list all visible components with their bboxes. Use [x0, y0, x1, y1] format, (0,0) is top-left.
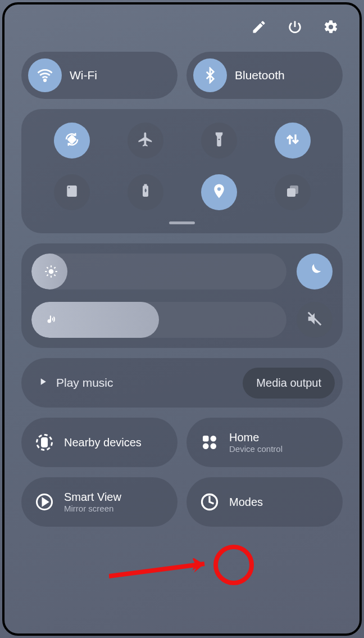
dark-mode-toggle[interactable] [297, 254, 333, 289]
media-output-label: Media output [256, 377, 321, 389]
svg-line-15 [47, 274, 48, 275]
play-icon [37, 376, 48, 390]
multi-window-toggle[interactable] [275, 174, 311, 210]
moon-icon [306, 262, 323, 281]
home-control-button[interactable]: Home Device control [186, 418, 343, 467]
battery-saver-icon [137, 183, 154, 202]
svg-rect-1 [67, 135, 75, 143]
svg-line-13 [47, 267, 48, 268]
airplane-mode-toggle[interactable] [128, 123, 163, 159]
power-icon [287, 19, 303, 37]
modes-title: Modes [229, 495, 263, 509]
play-music-button[interactable]: Play music [37, 376, 237, 390]
svg-marker-27 [193, 558, 205, 573]
play-music-label: Play music [56, 376, 113, 390]
flashlight-toggle[interactable] [201, 123, 237, 159]
volume-icon [44, 313, 58, 327]
pencil-icon [251, 19, 267, 37]
auto-rotate-toggle[interactable] [54, 123, 90, 159]
sliders-panel [21, 243, 343, 348]
airplane-icon [137, 131, 154, 150]
mute-toggle[interactable] [297, 302, 333, 338]
svg-point-0 [44, 79, 46, 82]
nearby-devices-title: Nearby devices [64, 436, 142, 449]
smart-view-sub: Mirror screen [64, 504, 121, 514]
svg-rect-5 [144, 184, 147, 186]
svg-point-8 [49, 269, 54, 274]
brightness-icon [44, 264, 58, 279]
svg-point-21 [211, 436, 217, 442]
media-panel: Play music Media output [21, 358, 343, 408]
home-control-icon [198, 431, 221, 454]
smart-view-title: Smart View [64, 490, 121, 504]
svg-rect-19 [42, 438, 47, 447]
mobile-data-icon [284, 131, 301, 150]
highlight-circle [213, 545, 254, 585]
smart-view-icon [33, 490, 56, 514]
svg-rect-7 [290, 185, 298, 194]
auto-rotate-icon [63, 131, 80, 150]
mobile-data-toggle[interactable] [275, 123, 311, 159]
header-bar [21, 15, 343, 42]
wifi-toggle[interactable]: Wi-Fi [21, 52, 178, 99]
bluetooth-toggle[interactable]: Bluetooth [186, 52, 343, 99]
multi-window-icon [284, 183, 301, 202]
brightness-slider[interactable] [31, 254, 286, 289]
flashlight-icon [211, 131, 228, 150]
svg-rect-20 [203, 436, 209, 442]
modes-button[interactable]: Modes [186, 477, 343, 527]
battery-saver-toggle[interactable] [128, 174, 163, 210]
screen-cast-toggle[interactable] [54, 174, 90, 210]
bluetooth-icon [193, 58, 227, 92]
cast-icon [63, 183, 80, 202]
svg-line-14 [54, 274, 55, 275]
nearby-devices-button[interactable]: Nearby devices [21, 418, 178, 467]
svg-point-23 [211, 444, 217, 450]
modes-icon [198, 490, 221, 514]
svg-point-22 [203, 444, 209, 450]
mute-icon [306, 310, 323, 329]
settings-button[interactable] [322, 20, 339, 37]
home-title: Home [229, 431, 283, 444]
smart-view-button[interactable]: Smart View Mirror screen [21, 477, 178, 527]
svg-point-3 [68, 187, 70, 189]
panel-handle[interactable] [169, 221, 195, 224]
power-button[interactable] [286, 20, 303, 37]
nearby-devices-icon [33, 431, 56, 454]
wifi-icon [28, 58, 62, 92]
svg-line-26 [109, 564, 204, 576]
location-toggle[interactable] [201, 174, 237, 210]
svg-line-16 [54, 267, 55, 268]
gear-icon [323, 19, 339, 37]
location-icon [211, 183, 228, 202]
volume-slider[interactable] [31, 302, 286, 338]
bluetooth-label: Bluetooth [235, 69, 285, 82]
home-sub: Device control [229, 444, 283, 454]
highlight-arrow [109, 558, 221, 581]
media-output-button[interactable]: Media output [243, 368, 335, 399]
wifi-label: Wi-Fi [70, 69, 97, 82]
quick-settings-panel [21, 109, 343, 233]
edit-button[interactable] [251, 20, 267, 37]
